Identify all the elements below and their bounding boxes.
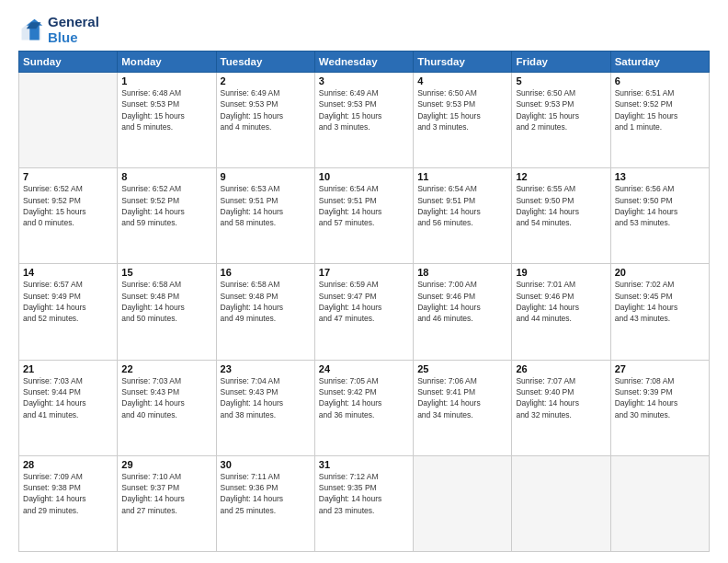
day-number: 22 [121,363,211,374]
day-number: 24 [319,363,409,374]
day-number: 18 [417,267,507,278]
calendar-cell: 5Sunrise: 6:50 AM Sunset: 9:53 PM Daylig… [512,73,610,168]
calendar-cell: 8Sunrise: 6:52 AM Sunset: 9:52 PM Daylig… [118,168,216,264]
day-info: Sunrise: 7:02 AM Sunset: 9:45 PM Dayligh… [615,279,705,324]
calendar-cell [512,455,610,551]
day-info: Sunrise: 6:50 AM Sunset: 9:53 PM Dayligh… [417,87,507,132]
day-number: 9 [221,171,311,182]
calendar-header-row: SundayMondayTuesdayWednesdayThursdayFrid… [19,52,710,73]
calendar-week-4: 21Sunrise: 7:03 AM Sunset: 9:44 PM Dayli… [19,360,710,455]
calendar-cell: 6Sunrise: 6:51 AM Sunset: 9:52 PM Daylig… [610,73,709,168]
calendar-cell: 1Sunrise: 6:48 AM Sunset: 9:53 PM Daylig… [118,73,216,168]
calendar-header-sunday: Sunday [19,52,118,73]
day-info: Sunrise: 6:52 AM Sunset: 9:52 PM Dayligh… [23,183,113,228]
day-number: 19 [516,267,606,278]
logo-text-general: General [48,15,99,30]
calendar-header-saturday: Saturday [610,52,709,73]
logo: General Blue [18,15,99,45]
day-info: Sunrise: 7:03 AM Sunset: 9:44 PM Dayligh… [23,375,113,420]
calendar-header-tuesday: Tuesday [216,52,314,73]
calendar-header-wednesday: Wednesday [314,52,413,73]
day-info: Sunrise: 6:49 AM Sunset: 9:53 PM Dayligh… [221,87,311,132]
day-number: 11 [417,171,507,182]
day-info: Sunrise: 7:03 AM Sunset: 9:43 PM Dayligh… [121,375,211,420]
calendar-cell: 20Sunrise: 7:02 AM Sunset: 9:45 PM Dayli… [610,264,709,360]
day-info: Sunrise: 6:52 AM Sunset: 9:52 PM Dayligh… [121,183,211,228]
calendar-cell: 11Sunrise: 6:54 AM Sunset: 9:51 PM Dayli… [414,168,512,264]
day-info: Sunrise: 7:11 AM Sunset: 9:36 PM Dayligh… [221,471,311,516]
calendar-cell [414,455,512,551]
day-number: 25 [417,363,507,374]
day-info: Sunrise: 6:54 AM Sunset: 9:51 PM Dayligh… [417,183,507,228]
calendar-cell: 13Sunrise: 6:56 AM Sunset: 9:50 PM Dayli… [610,168,709,264]
day-number: 28 [23,459,113,470]
day-info: Sunrise: 6:53 AM Sunset: 9:51 PM Dayligh… [221,183,311,228]
day-info: Sunrise: 7:09 AM Sunset: 9:38 PM Dayligh… [23,471,113,516]
day-info: Sunrise: 6:59 AM Sunset: 9:47 PM Dayligh… [319,279,409,324]
day-number: 3 [319,75,409,86]
calendar-cell: 18Sunrise: 7:00 AM Sunset: 9:46 PM Dayli… [414,264,512,360]
logo-icon [18,17,44,43]
day-info: Sunrise: 7:07 AM Sunset: 9:40 PM Dayligh… [516,375,606,420]
day-info: Sunrise: 7:06 AM Sunset: 9:41 PM Dayligh… [417,375,507,420]
calendar-table: SundayMondayTuesdayWednesdayThursdayFrid… [18,51,710,552]
day-number: 8 [121,171,211,182]
day-number: 29 [121,459,211,470]
day-info: Sunrise: 6:55 AM Sunset: 9:50 PM Dayligh… [516,183,606,228]
day-info: Sunrise: 7:05 AM Sunset: 9:42 PM Dayligh… [319,375,409,420]
calendar-cell: 7Sunrise: 6:52 AM Sunset: 9:52 PM Daylig… [19,168,118,264]
day-number: 23 [221,363,311,374]
day-number: 6 [615,75,705,86]
day-info: Sunrise: 6:50 AM Sunset: 9:53 PM Dayligh… [516,87,606,132]
day-info: Sunrise: 6:48 AM Sunset: 9:53 PM Dayligh… [121,87,211,132]
day-number: 5 [516,75,606,86]
calendar-cell: 28Sunrise: 7:09 AM Sunset: 9:38 PM Dayli… [19,455,118,551]
calendar-week-3: 14Sunrise: 6:57 AM Sunset: 9:49 PM Dayli… [19,264,710,360]
header: General Blue [18,15,710,45]
day-info: Sunrise: 6:58 AM Sunset: 9:48 PM Dayligh… [221,279,311,324]
day-number: 30 [221,459,311,470]
calendar-cell: 30Sunrise: 7:11 AM Sunset: 9:36 PM Dayli… [216,455,314,551]
day-info: Sunrise: 6:56 AM Sunset: 9:50 PM Dayligh… [615,183,705,228]
day-number: 27 [615,363,705,374]
calendar-cell: 9Sunrise: 6:53 AM Sunset: 9:51 PM Daylig… [216,168,314,264]
day-info: Sunrise: 6:51 AM Sunset: 9:52 PM Dayligh… [615,87,705,132]
day-info: Sunrise: 7:12 AM Sunset: 9:35 PM Dayligh… [319,471,409,516]
day-number: 17 [319,267,409,278]
calendar-cell: 29Sunrise: 7:10 AM Sunset: 9:37 PM Dayli… [118,455,216,551]
day-number: 16 [221,267,311,278]
day-number: 26 [516,363,606,374]
day-number: 31 [319,459,409,470]
calendar-cell: 22Sunrise: 7:03 AM Sunset: 9:43 PM Dayli… [118,360,216,455]
day-info: Sunrise: 6:54 AM Sunset: 9:51 PM Dayligh… [319,183,409,228]
calendar-header-thursday: Thursday [414,52,512,73]
day-number: 12 [516,171,606,182]
day-info: Sunrise: 7:08 AM Sunset: 9:39 PM Dayligh… [615,375,705,420]
calendar-cell: 3Sunrise: 6:49 AM Sunset: 9:53 PM Daylig… [314,73,413,168]
day-number: 15 [121,267,211,278]
day-info: Sunrise: 6:58 AM Sunset: 9:48 PM Dayligh… [121,279,211,324]
calendar-cell: 10Sunrise: 6:54 AM Sunset: 9:51 PM Dayli… [314,168,413,264]
calendar-cell: 15Sunrise: 6:58 AM Sunset: 9:48 PM Dayli… [118,264,216,360]
calendar-cell: 19Sunrise: 7:01 AM Sunset: 9:46 PM Dayli… [512,264,610,360]
calendar-cell: 12Sunrise: 6:55 AM Sunset: 9:50 PM Dayli… [512,168,610,264]
calendar-cell: 17Sunrise: 6:59 AM Sunset: 9:47 PM Dayli… [314,264,413,360]
calendar-cell: 31Sunrise: 7:12 AM Sunset: 9:35 PM Dayli… [314,455,413,551]
logo-text-blue: Blue [48,30,99,46]
day-info: Sunrise: 7:10 AM Sunset: 9:37 PM Dayligh… [121,471,211,516]
day-number: 4 [417,75,507,86]
calendar-header-monday: Monday [118,52,216,73]
calendar-week-2: 7Sunrise: 6:52 AM Sunset: 9:52 PM Daylig… [19,168,710,264]
day-number: 13 [615,171,705,182]
day-info: Sunrise: 6:49 AM Sunset: 9:53 PM Dayligh… [319,87,409,132]
day-number: 10 [319,171,409,182]
day-number: 20 [615,267,705,278]
day-number: 21 [23,363,113,374]
calendar-cell: 2Sunrise: 6:49 AM Sunset: 9:53 PM Daylig… [216,73,314,168]
calendar-cell: 25Sunrise: 7:06 AM Sunset: 9:41 PM Dayli… [414,360,512,455]
day-number: 14 [23,267,113,278]
calendar-cell: 23Sunrise: 7:04 AM Sunset: 9:43 PM Dayli… [216,360,314,455]
calendar-week-5: 28Sunrise: 7:09 AM Sunset: 9:38 PM Dayli… [19,455,710,551]
calendar-cell: 4Sunrise: 6:50 AM Sunset: 9:53 PM Daylig… [414,73,512,168]
calendar-cell: 14Sunrise: 6:57 AM Sunset: 9:49 PM Dayli… [19,264,118,360]
